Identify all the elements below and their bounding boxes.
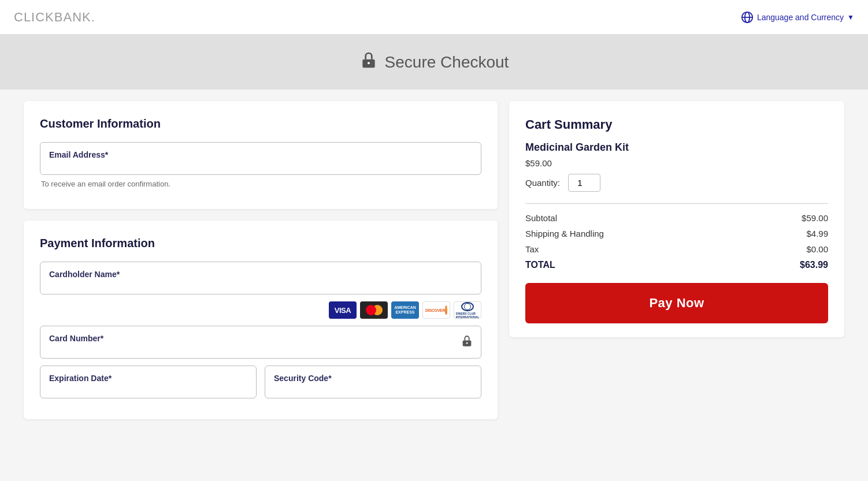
security-code-input[interactable] <box>265 366 481 398</box>
payment-info-title: Payment Information <box>40 237 481 250</box>
main-content: Customer Information Email Address* To r… <box>12 101 856 442</box>
subtotal-value: $59.00 <box>802 213 828 223</box>
total-row: TOTAL $63.99 <box>525 260 828 270</box>
cart-summary-title: Cart Summary <box>525 117 828 132</box>
secure-checkout-banner: Secure Checkout <box>0 35 868 90</box>
email-input[interactable] <box>40 142 481 175</box>
logo-click: CLICK <box>14 10 54 24</box>
lang-currency-label: Language and Currency <box>757 13 844 22</box>
payment-information-card: Payment Information Cardholder Name* VIS… <box>24 221 498 419</box>
pay-now-button[interactable]: Pay Now <box>525 283 828 323</box>
cart-summary-card: Cart Summary Medicinal Garden Kit $59.00… <box>509 101 844 337</box>
mastercard-icon <box>360 301 388 319</box>
expiration-input-wrapper: Expiration Date* <box>40 366 257 398</box>
subtotal-row: Subtotal $59.00 <box>525 213 828 223</box>
language-currency-button[interactable]: Language and Currency ▼ <box>741 11 854 24</box>
card-number-form-group: Card Number* <box>40 326 481 359</box>
shipping-value: $4.99 <box>806 229 828 238</box>
right-column: Cart Summary Medicinal Garden Kit $59.00… <box>509 101 844 419</box>
shipping-label: Shipping & Handling <box>525 229 604 238</box>
email-hint: To receive an email order confirmation. <box>40 180 481 188</box>
tax-value: $0.00 <box>806 244 828 254</box>
security-input-wrapper: Security Code* <box>265 366 481 398</box>
quantity-row: Quantity: <box>525 174 828 192</box>
tax-row: Tax $0.00 <box>525 244 828 254</box>
customer-info-title: Customer Information <box>40 117 481 130</box>
visa-icon: VISA <box>329 301 357 319</box>
product-name: Medicinal Garden Kit <box>525 141 828 154</box>
logo[interactable]: CLICKBANK. <box>14 10 95 25</box>
card-icons-row: VISA AMERICANEXPRESS DISCOVER <box>40 301 481 319</box>
lock-banner-icon <box>359 51 378 73</box>
cardholder-input-wrapper: Cardholder Name* <box>40 262 481 294</box>
email-form-group: Email Address* To receive an email order… <box>40 142 481 188</box>
card-number-input[interactable] <box>40 326 481 359</box>
svg-point-4 <box>368 62 370 64</box>
chevron-down-icon: ▼ <box>847 13 854 21</box>
secure-checkout-title: Secure Checkout <box>385 53 509 72</box>
expiration-form-group: Expiration Date* <box>40 366 257 398</box>
logo-bank: BANK. <box>54 10 95 24</box>
expiration-input[interactable] <box>40 366 257 398</box>
tax-label: Tax <box>525 244 539 254</box>
customer-information-card: Customer Information Email Address* To r… <box>24 101 498 209</box>
diners-club-icon: DINERS CLUBINTERNATIONAL <box>454 301 481 319</box>
expiry-security-row: Expiration Date* Security Code* <box>40 366 481 405</box>
discover-icon: DISCOVER <box>422 301 450 319</box>
card-number-input-wrapper: Card Number* <box>40 326 481 359</box>
subtotal-label: Subtotal <box>525 213 557 223</box>
amex-icon: AMERICANEXPRESS <box>391 301 419 319</box>
svg-point-6 <box>466 342 468 344</box>
left-column: Customer Information Email Address* To r… <box>24 101 498 419</box>
security-form-group: Security Code* <box>265 366 481 398</box>
quantity-input[interactable] <box>568 174 600 192</box>
product-price: $59.00 <box>525 158 828 168</box>
total-value: $63.99 <box>800 260 828 270</box>
email-input-wrapper: Email Address* <box>40 142 481 175</box>
total-label: TOTAL <box>525 260 555 270</box>
quantity-label: Quantity: <box>525 178 560 188</box>
card-lock-icon <box>461 334 473 350</box>
cardholder-input[interactable] <box>40 262 481 294</box>
header: CLICKBANK. Language and Currency ▼ <box>0 0 868 35</box>
divider <box>525 203 828 204</box>
globe-icon <box>741 11 754 24</box>
cardholder-form-group: Cardholder Name* <box>40 262 481 294</box>
shipping-row: Shipping & Handling $4.99 <box>525 229 828 238</box>
